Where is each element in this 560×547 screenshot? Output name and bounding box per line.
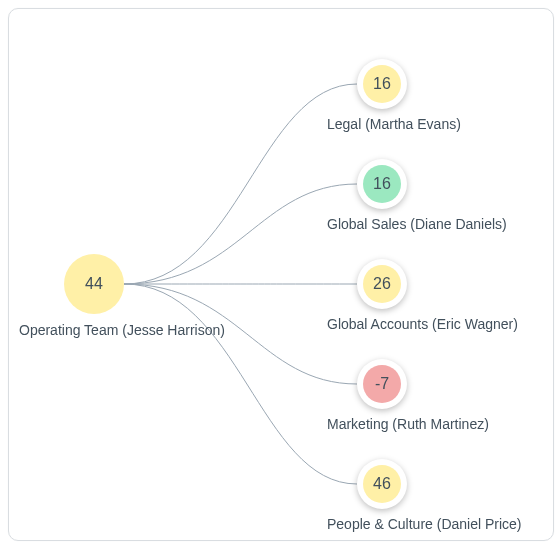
node-label: Marketing (Ruth Martinez) bbox=[327, 416, 489, 432]
edge bbox=[124, 184, 357, 284]
node-label: People & Culture (Daniel Price) bbox=[327, 516, 522, 532]
node-child[interactable]: 46 bbox=[357, 459, 407, 509]
node-circle: -7 bbox=[363, 365, 401, 403]
node-circle: 16 bbox=[363, 65, 401, 103]
node-circle: 16 bbox=[363, 165, 401, 203]
node-label: Global Accounts (Eric Wagner) bbox=[327, 316, 518, 332]
node-label: Legal (Martha Evans) bbox=[327, 116, 461, 132]
node-value: 26 bbox=[373, 275, 391, 293]
node-root[interactable]: 44 bbox=[64, 254, 124, 314]
node-ring: -7 bbox=[357, 359, 407, 409]
node-ring: 46 bbox=[357, 459, 407, 509]
node-child[interactable]: 16 bbox=[357, 59, 407, 109]
node-circle: 44 bbox=[64, 254, 124, 314]
node-label: Global Sales (Diane Daniels) bbox=[327, 216, 507, 232]
node-circle: 26 bbox=[363, 265, 401, 303]
node-circle: 46 bbox=[363, 465, 401, 503]
node-ring: 16 bbox=[357, 159, 407, 209]
node-label-root: Operating Team (Jesse Harrison) bbox=[19, 322, 225, 338]
node-child[interactable]: 26 bbox=[357, 259, 407, 309]
node-ring: 16 bbox=[357, 59, 407, 109]
node-ring: 26 bbox=[357, 259, 407, 309]
edge bbox=[124, 84, 357, 284]
node-child[interactable]: -7 bbox=[357, 359, 407, 409]
node-value: -7 bbox=[375, 375, 389, 393]
node-value: 16 bbox=[373, 175, 391, 193]
org-tree-panel: 44 Operating Team (Jesse Harrison) 16Leg… bbox=[8, 8, 554, 541]
node-value: 16 bbox=[373, 75, 391, 93]
node-child[interactable]: 16 bbox=[357, 159, 407, 209]
node-value: 44 bbox=[85, 275, 103, 293]
edge bbox=[124, 284, 357, 484]
node-value: 46 bbox=[373, 475, 391, 493]
